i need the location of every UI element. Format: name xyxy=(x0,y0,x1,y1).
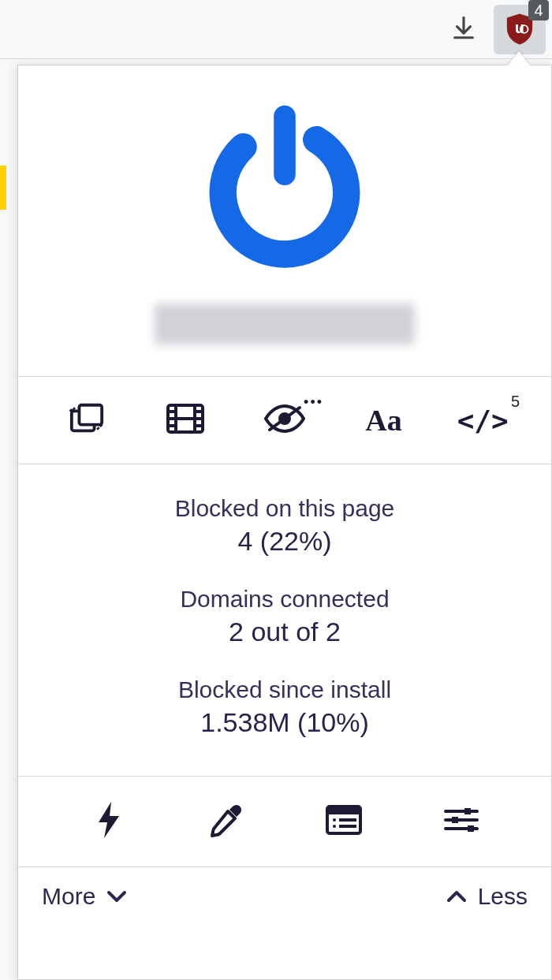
svg-rect-27 xyxy=(468,825,474,832)
more-label: More xyxy=(42,883,95,910)
block-fonts-button[interactable]: Aa xyxy=(356,399,412,442)
ublock-extension-button[interactable]: u 4 xyxy=(494,5,546,54)
stat-label: Blocked since install xyxy=(34,674,535,705)
downloads-button[interactable] xyxy=(442,7,486,51)
less-button[interactable]: Less xyxy=(446,883,528,910)
more-button[interactable]: More xyxy=(42,883,127,910)
more-less-row: More Less xyxy=(18,867,551,929)
element-picker-button[interactable] xyxy=(199,800,254,843)
power-icon xyxy=(194,95,375,279)
stat-value: 2 out of 2 xyxy=(34,614,535,650)
page-background-fragment-left xyxy=(0,166,6,210)
stat-label: Blocked on this page xyxy=(34,493,535,524)
download-icon xyxy=(450,14,477,44)
svg-rect-17 xyxy=(327,807,360,814)
svg-rect-5 xyxy=(79,405,102,425)
stat-label: Domains connected xyxy=(34,583,535,614)
power-toggle-button[interactable] xyxy=(182,84,387,289)
global-tools-row xyxy=(18,777,551,867)
stat-blocked-install: Blocked since install 1.538M (10%) xyxy=(34,674,535,741)
eyedropper-icon xyxy=(209,803,244,840)
block-scripts-button[interactable]: </> 5 xyxy=(455,399,510,442)
popups-icon xyxy=(69,401,105,439)
ublock-popup: ••• Aa </> 5 Blocked on this page 4 (22%… xyxy=(17,65,552,980)
svg-rect-23 xyxy=(464,808,471,814)
hostname-redacted xyxy=(155,304,415,345)
block-media-button[interactable] xyxy=(158,399,213,442)
sliders-icon xyxy=(443,805,479,838)
list-panel-icon xyxy=(325,804,363,839)
browser-toolbar: u 4 xyxy=(0,0,552,59)
open-dashboard-button[interactable] xyxy=(434,800,489,843)
stat-value: 4 (22%) xyxy=(34,524,535,560)
cosmetic-filtering-button[interactable]: ••• xyxy=(257,399,312,442)
svg-rect-3 xyxy=(274,106,296,185)
svg-point-20 xyxy=(333,825,336,828)
svg-point-18 xyxy=(333,818,336,822)
stats-section: Blocked on this page 4 (22%) Domains con… xyxy=(18,464,551,777)
zap-element-button[interactable] xyxy=(81,800,136,843)
font-icon: Aa xyxy=(365,405,401,435)
per-site-switches: ••• Aa </> 5 xyxy=(18,377,551,464)
popup-pointer xyxy=(508,51,530,65)
chevron-down-icon xyxy=(106,889,127,904)
stat-blocked-page: Blocked on this page 4 (22%) xyxy=(34,493,535,560)
more-dots-icon: ••• xyxy=(304,394,323,411)
svg-rect-25 xyxy=(452,817,458,823)
open-logger-button[interactable] xyxy=(316,800,371,843)
stat-domains: Domains connected 2 out of 2 xyxy=(34,583,535,650)
bolt-icon xyxy=(97,802,121,841)
eye-slash-icon xyxy=(263,404,306,436)
chevron-up-icon xyxy=(446,889,467,904)
power-section xyxy=(18,65,551,377)
less-label: Less xyxy=(478,883,528,910)
code-icon: </> xyxy=(457,404,509,437)
block-popups-button[interactable] xyxy=(59,399,114,442)
stat-value: 1.538M (10%) xyxy=(34,705,535,741)
film-icon xyxy=(166,403,205,438)
scripts-count: 5 xyxy=(511,393,520,411)
extension-badge: 4 xyxy=(528,0,549,20)
